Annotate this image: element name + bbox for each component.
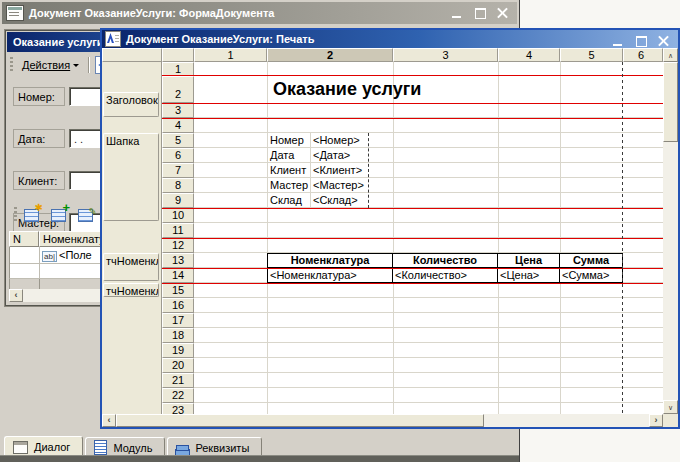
- tab-Модуль[interactable]: Модуль: [85, 437, 165, 457]
- items-param-cells: <Номенклатура><Количество><Цена><Сумма>: [267, 268, 623, 283]
- grid-row-header[interactable]: 16: [162, 298, 194, 313]
- row-number-header[interactable]: [162, 48, 194, 62]
- section-line: [162, 238, 663, 239]
- window-bottom-edge: [0, 455, 519, 462]
- items-param-cell[interactable]: <Номенклатура>: [267, 268, 393, 283]
- horizontal-scroll-thumb[interactable]: [116, 414, 484, 427]
- header-field-param-cell[interactable]: <Мастер>: [311, 178, 368, 193]
- horizontal-scrollbar[interactable]: [102, 414, 663, 427]
- header-field-label-cell[interactable]: Клиент: [267, 163, 311, 178]
- input-field-icon: [42, 249, 57, 261]
- grid-row-header[interactable]: 12: [162, 238, 194, 253]
- grid-row-header[interactable]: 11: [162, 223, 194, 238]
- section-name-box[interactable]: тчНоменклатура: [103, 253, 159, 281]
- grid-row-header[interactable]: 21: [162, 373, 194, 388]
- grid-row-header[interactable]: 18: [162, 328, 194, 343]
- grid-column-header[interactable]: 4: [498, 48, 560, 62]
- items-param-cell[interactable]: <Количество>: [392, 268, 498, 283]
- header-field-param-cell[interactable]: <Склад>: [311, 193, 368, 208]
- grid-row-header[interactable]: 5: [162, 133, 194, 148]
- vertical-scroll-thumb[interactable]: [663, 62, 678, 142]
- section-name-box[interactable]: Шапка: [103, 133, 159, 221]
- menu-separator: [88, 57, 89, 73]
- layout-title-cell[interactable]: Оказание услуги: [267, 76, 494, 103]
- grid-row-header[interactable]: 17: [162, 313, 194, 328]
- grid-column-header[interactable]: 1: [194, 48, 267, 62]
- input-field-placeholder: <Поле: [59, 249, 92, 261]
- header-field-row: Склад <Склад>: [267, 193, 368, 208]
- maximize-icon[interactable]: [635, 35, 647, 47]
- edit-row-icon[interactable]: [74, 203, 98, 227]
- items-param-cell[interactable]: <Цена>: [497, 268, 560, 283]
- section-name-box[interactable]: Заголовок: [103, 92, 159, 117]
- grid-row-header[interactable]: 8: [162, 178, 194, 193]
- header-field-label-cell[interactable]: Дата: [267, 148, 311, 163]
- grid-column-header[interactable]: 3: [393, 48, 498, 62]
- spreadsheet-grid: 123456 123456789101112131415161718192021…: [102, 48, 663, 414]
- dialog-icon: [13, 441, 28, 454]
- scroll-down-icon[interactable]: [663, 400, 678, 414]
- items-header-cell[interactable]: Цена: [497, 253, 560, 268]
- grid-corner-cell[interactable]: [102, 48, 162, 62]
- form-dialog-title: Оказание услуги: [13, 36, 104, 48]
- header-field-param-cell[interactable]: <Дата>: [311, 148, 368, 163]
- grid-column-header[interactable]: 2: [267, 48, 393, 62]
- header-field-param-cell[interactable]: <Клиент>: [311, 163, 368, 178]
- tab-Реквизиты[interactable]: Реквизиты: [167, 437, 262, 457]
- grid-row-header[interactable]: 20: [162, 358, 194, 373]
- scroll-left-icon[interactable]: [9, 289, 23, 302]
- row-number-cell: [10, 247, 40, 264]
- vertical-scrollbar[interactable]: [663, 48, 678, 414]
- grid-header-strip: 123456: [102, 48, 663, 62]
- insert-row-icon[interactable]: [47, 203, 71, 227]
- form-document-titlebar[interactable]: Документ ОказаниеУслуги: ФормаДокумента: [2, 2, 517, 24]
- grid-row-header[interactable]: 2: [162, 76, 194, 103]
- toolbar-grip[interactable]: [10, 57, 13, 73]
- section-line: [162, 208, 663, 209]
- actions-menu[interactable]: Действия: [19, 58, 82, 72]
- grid-row-header[interactable]: 15: [162, 283, 194, 298]
- items-header-cell[interactable]: Количество: [392, 253, 498, 268]
- close-icon[interactable]: [497, 7, 509, 19]
- add-row-icon[interactable]: [20, 203, 44, 227]
- section-name-box[interactable]: тчНоменклатура: [103, 283, 159, 297]
- tab-Диалог[interactable]: Диалог: [4, 436, 83, 457]
- toolbar-grip[interactable]: [14, 207, 17, 223]
- items-header-cell[interactable]: Номенклатура: [267, 253, 393, 268]
- grid-row-header[interactable]: 6: [162, 148, 194, 163]
- header-field-label-cell[interactable]: Номер: [267, 133, 311, 148]
- grid-row-header[interactable]: 3: [162, 103, 194, 118]
- header-field-label-cell[interactable]: Склад: [267, 193, 311, 208]
- actions-menu-label: Действия: [22, 59, 70, 71]
- maximize-icon[interactable]: [474, 7, 486, 19]
- grid-row-header[interactable]: 14: [162, 268, 194, 283]
- column-header[interactable]: N: [9, 231, 39, 247]
- items-param-cell[interactable]: <Сумма>: [559, 268, 623, 283]
- layout-template-icon: [105, 31, 121, 47]
- grid-row-header[interactable]: 9: [162, 193, 194, 208]
- grid-row-header[interactable]: 1: [162, 62, 194, 76]
- close-icon[interactable]: [658, 35, 670, 47]
- scroll-left-icon[interactable]: [102, 414, 116, 427]
- grid-row-header[interactable]: 4: [162, 118, 194, 133]
- grid-column-header[interactable]: 6: [623, 48, 663, 62]
- scroll-up-icon[interactable]: [663, 48, 678, 62]
- grid-row-header[interactable]: 19: [162, 343, 194, 358]
- scroll-right-icon[interactable]: [649, 414, 663, 427]
- grid-column-header[interactable]: 5: [560, 48, 623, 62]
- header-field-param-cell[interactable]: <Номер>: [311, 133, 368, 148]
- minimize-icon[interactable]: [612, 35, 624, 47]
- minimize-icon[interactable]: [451, 7, 463, 19]
- print-layout-titlebar[interactable]: Документ ОказаниеУслуги: Печать: [102, 30, 678, 48]
- header-field-row: Номер <Номер>: [267, 133, 368, 148]
- print-layout-title: Документ ОказаниеУслуги: Печать: [126, 33, 314, 45]
- grid-row-header[interactable]: 7: [162, 163, 194, 178]
- grid-row-header[interactable]: 13: [162, 253, 194, 268]
- header-field-label-cell[interactable]: Мастер: [267, 178, 311, 193]
- chevron-down-icon: [73, 64, 79, 70]
- grid-row-header[interactable]: 23: [162, 403, 194, 414]
- tab-label: Диалог: [34, 441, 70, 453]
- grid-row-header[interactable]: 10: [162, 208, 194, 223]
- items-header-cell[interactable]: Сумма: [559, 253, 623, 268]
- grid-row-header[interactable]: 22: [162, 388, 194, 403]
